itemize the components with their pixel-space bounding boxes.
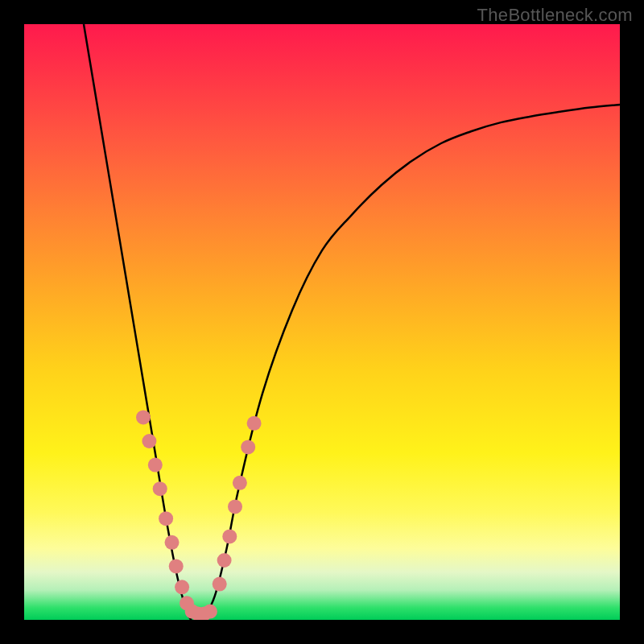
data-point [159, 511, 173, 526]
data-point [222, 529, 237, 543]
data-point [169, 559, 184, 573]
watermark-text: TheBottleneck.com [477, 5, 633, 26]
data-point [136, 410, 151, 424]
data-point [175, 580, 189, 594]
data-point [247, 416, 262, 431]
plot-area [24, 24, 620, 620]
curve-left-curve [84, 24, 203, 620]
data-point [153, 481, 167, 496]
data-point [228, 499, 242, 514]
data-point [148, 458, 163, 473]
data-point [142, 434, 156, 448]
data-point [241, 440, 255, 454]
data-point [217, 553, 232, 568]
data-point [233, 476, 247, 490]
data-point [203, 605, 217, 619]
points-group [136, 410, 262, 620]
data-point [165, 535, 180, 550]
curves-group [84, 24, 620, 620]
curve-right-curve [203, 105, 620, 620]
chart-svg [24, 24, 620, 620]
data-point [213, 577, 227, 592]
chart-frame: TheBottleneck.com [0, 0, 644, 644]
